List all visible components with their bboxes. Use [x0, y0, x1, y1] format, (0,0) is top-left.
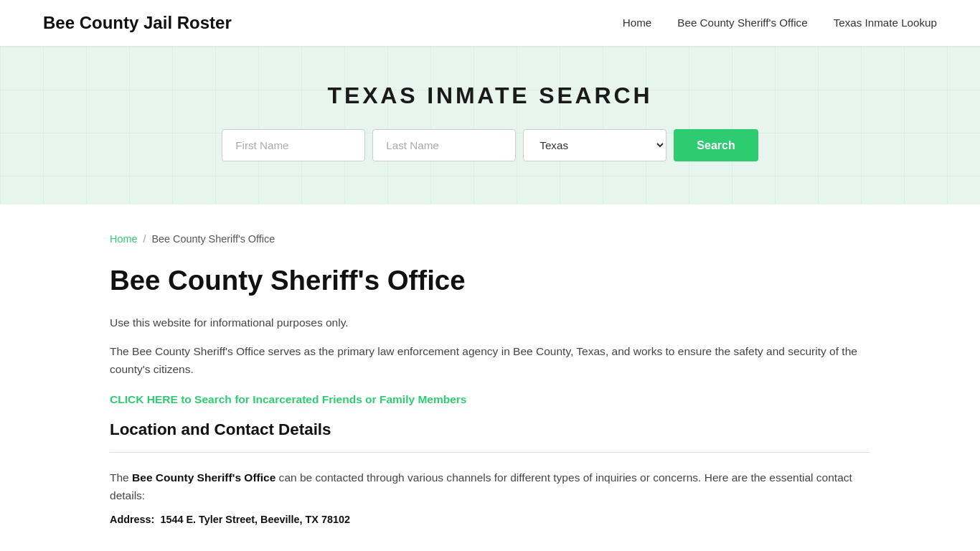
- info-text-1: Use this website for informational purpo…: [110, 314, 870, 332]
- page-title: Bee County Sheriff's Office: [110, 265, 870, 296]
- nav-link-sheriff[interactable]: Bee County Sheriff's Office: [677, 17, 807, 29]
- nav-item-home[interactable]: Home: [623, 17, 652, 29]
- last-name-input[interactable]: [372, 129, 516, 161]
- address-label: Address:: [110, 514, 154, 525]
- state-select[interactable]: Texas: [523, 129, 666, 161]
- nav-item-inmate-lookup[interactable]: Texas Inmate Lookup: [834, 17, 937, 29]
- nav-link-home[interactable]: Home: [623, 17, 652, 29]
- contact-intro-before: The: [110, 471, 132, 484]
- site-logo[interactable]: Bee County Jail Roster: [43, 13, 232, 33]
- nav-link-inmate-lookup[interactable]: Texas Inmate Lookup: [834, 17, 937, 29]
- nav-item-sheriff[interactable]: Bee County Sheriff's Office: [677, 17, 807, 29]
- nav-menu: Home Bee County Sheriff's Office Texas I…: [623, 17, 937, 29]
- main-content: Home / Bee County Sheriff's Office Bee C…: [67, 204, 913, 551]
- address-value: 1544 E. Tyler Street, Beeville, TX 78102: [160, 514, 350, 525]
- cta-search-link[interactable]: CLICK HERE to Search for Incarcerated Fr…: [110, 393, 467, 406]
- contact-intro: The Bee County Sheriff's Office can be c…: [110, 468, 870, 505]
- info-text-2: The Bee County Sheriff's Office serves a…: [110, 342, 870, 379]
- breadcrumb-home[interactable]: Home: [110, 233, 137, 245]
- location-section-heading: Location and Contact Details: [110, 420, 870, 439]
- section-divider: [110, 452, 870, 453]
- inmate-search-form: Texas Search: [14, 129, 966, 161]
- navbar: Bee County Jail Roster Home Bee County S…: [0, 0, 980, 47]
- breadcrumb-current: Bee County Sheriff's Office: [151, 233, 275, 245]
- breadcrumb: Home / Bee County Sheriff's Office: [110, 233, 870, 245]
- hero-banner: TEXAS INMATE SEARCH Texas Search: [0, 47, 980, 204]
- breadcrumb-separator: /: [143, 233, 146, 245]
- search-button[interactable]: Search: [674, 129, 758, 161]
- first-name-input[interactable]: [222, 129, 365, 161]
- address-line: Address:1544 E. Tyler Street, Beeville, …: [110, 514, 870, 525]
- hero-title: TEXAS INMATE SEARCH: [14, 83, 966, 109]
- contact-intro-bold: Bee County Sheriff's Office: [132, 471, 275, 484]
